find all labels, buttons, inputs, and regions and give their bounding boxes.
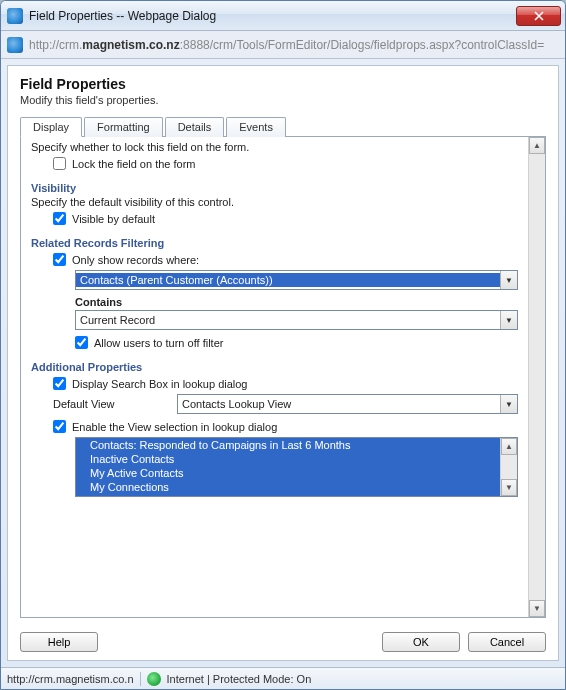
chevron-down-icon: ▼	[500, 395, 517, 413]
tab-strip: Display Formatting Details Events	[20, 116, 546, 137]
additional-title: Additional Properties	[31, 361, 518, 373]
close-button[interactable]	[516, 6, 561, 26]
url-host: magnetism.co.nz	[82, 38, 179, 52]
panel-scrollbar[interactable]: ▲ ▼	[528, 137, 545, 617]
listbox-scrollbar[interactable]: ▲ ▼	[500, 438, 517, 496]
visibility-title: Visibility	[31, 182, 518, 194]
list-item[interactable]: Inactive Contacts	[90, 452, 500, 466]
address-bar: http://crm.magnetism.co.nz:8888/crm/Tool…	[1, 31, 565, 59]
allow-off-row: Allow users to turn off filter	[75, 336, 518, 349]
url-rest: :8888/crm/Tools/FormEditor/Dialogs/field…	[180, 38, 545, 52]
contains-dropdown[interactable]: Current Record ▼	[75, 310, 518, 330]
url-prefix: http://crm.	[29, 38, 82, 52]
list-item[interactable]: My Connections	[90, 480, 500, 494]
tab-details[interactable]: Details	[165, 117, 225, 137]
lock-checkbox-label: Lock the field on the form	[72, 158, 196, 170]
status-right: Internet | Protected Mode: On	[167, 673, 312, 685]
allow-off-checkbox[interactable]	[75, 336, 88, 349]
scroll-up-icon[interactable]: ▲	[529, 137, 545, 154]
lock-checkbox[interactable]	[53, 157, 66, 170]
visibility-checkbox-row: Visible by default	[53, 212, 518, 225]
page-title: Field Properties	[20, 76, 546, 92]
default-view-row: Default View Contacts Lookup View ▼	[53, 394, 518, 414]
window-title: Field Properties -- Webpage Dialog	[29, 9, 516, 23]
search-box-label: Display Search Box in lookup dialog	[72, 378, 248, 390]
list-item[interactable]: Contacts: Responded to Campaigns in Last…	[90, 438, 500, 452]
search-box-checkbox[interactable]	[53, 377, 66, 390]
lock-caption: Specify whether to lock this field on th…	[31, 141, 518, 153]
contains-label: Contains	[75, 296, 518, 308]
address-url: http://crm.magnetism.co.nz:8888/crm/Tool…	[29, 38, 544, 52]
chevron-down-icon: ▼	[500, 271, 517, 289]
scroll-track[interactable]	[529, 154, 545, 600]
contains-value: Current Record	[76, 313, 500, 327]
globe-icon	[147, 672, 161, 686]
scroll-down-icon[interactable]: ▼	[529, 600, 545, 617]
enable-view-checkbox[interactable]	[53, 420, 66, 433]
search-box-row: Display Search Box in lookup dialog	[53, 377, 518, 390]
visibility-checkbox-label: Visible by default	[72, 213, 155, 225]
dialog-window: Field Properties -- Webpage Dialog http:…	[0, 0, 566, 690]
cancel-button[interactable]: Cancel	[468, 632, 546, 652]
close-icon	[534, 11, 544, 21]
enable-view-row: Enable the View selection in lookup dial…	[53, 420, 518, 433]
scroll-track[interactable]	[501, 455, 517, 479]
chevron-down-icon: ▼	[500, 311, 517, 329]
tab-events[interactable]: Events	[226, 117, 286, 137]
enable-view-label: Enable the View selection in lookup dial…	[72, 421, 277, 433]
ie-page-icon	[7, 37, 23, 53]
records-where-block: Contacts (Parent Customer (Accounts)) ▼ …	[75, 270, 518, 349]
default-view-dropdown[interactable]: Contacts Lookup View ▼	[177, 394, 518, 414]
visibility-checkbox[interactable]	[53, 212, 66, 225]
main-panel: Field Properties Modify this field's pro…	[7, 65, 559, 661]
only-show-row: Only show records where:	[53, 253, 518, 266]
lock-checkbox-row: Lock the field on the form	[53, 157, 518, 170]
default-view-label: Default View	[53, 398, 163, 410]
tab-body: Specify whether to lock this field on th…	[20, 137, 546, 618]
status-left: http://crm.magnetism.co.n	[7, 673, 134, 685]
page-subtitle: Modify this field's properties.	[20, 94, 546, 106]
tab-formatting[interactable]: Formatting	[84, 117, 163, 137]
scroll-up-icon[interactable]: ▲	[501, 438, 517, 455]
visibility-caption: Specify the default visibility of this c…	[31, 196, 518, 208]
titlebar[interactable]: Field Properties -- Webpage Dialog	[1, 1, 565, 31]
list-item[interactable]: My Active Contacts	[90, 466, 500, 480]
content-wrap: Field Properties Modify this field's pro…	[1, 59, 565, 667]
ok-cancel-group: OK Cancel	[382, 632, 546, 652]
records-where-dropdown[interactable]: Contacts (Parent Customer (Accounts)) ▼	[75, 270, 518, 290]
status-bar: http://crm.magnetism.co.n Internet | Pro…	[1, 667, 565, 689]
views-list: Contacts: Responded to Campaigns in Last…	[76, 438, 500, 496]
dialog-buttons: Help OK Cancel	[20, 632, 546, 652]
only-show-checkbox[interactable]	[53, 253, 66, 266]
tab-content: Specify whether to lock this field on th…	[21, 137, 528, 617]
records-where-value: Contacts (Parent Customer (Accounts))	[76, 273, 500, 287]
help-button[interactable]: Help	[20, 632, 98, 652]
divider	[140, 672, 141, 686]
ok-button[interactable]: OK	[382, 632, 460, 652]
views-listbox[interactable]: Contacts: Responded to Campaigns in Last…	[75, 437, 518, 497]
tab-display[interactable]: Display	[20, 117, 82, 137]
default-view-value: Contacts Lookup View	[178, 397, 500, 411]
allow-off-label: Allow users to turn off filter	[94, 337, 223, 349]
ie-icon	[7, 8, 23, 24]
related-title: Related Records Filtering	[31, 237, 518, 249]
only-show-label: Only show records where:	[72, 254, 199, 266]
scroll-down-icon[interactable]: ▼	[501, 479, 517, 496]
